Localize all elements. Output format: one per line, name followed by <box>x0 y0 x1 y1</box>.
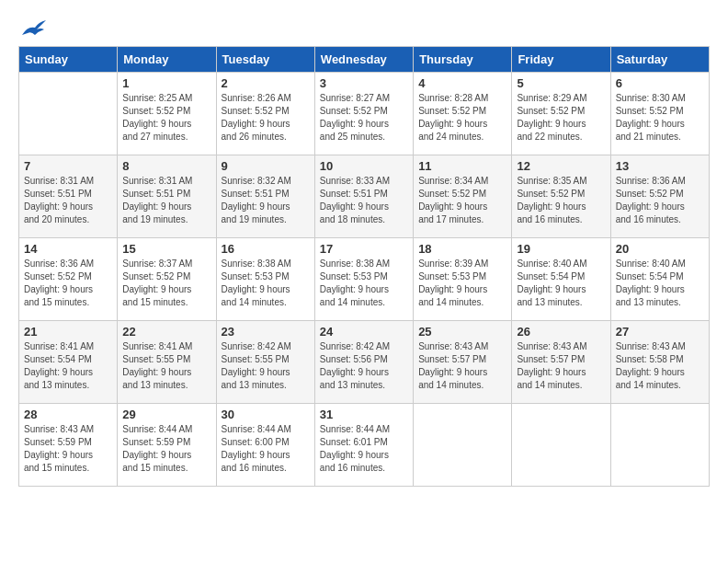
day-number: 26 <box>517 325 605 339</box>
calendar-cell: 23Sunrise: 8:42 AM Sunset: 5:55 PM Dayli… <box>216 321 314 404</box>
logo-bird-icon <box>20 18 46 39</box>
calendar-cell: 9Sunrise: 8:32 AM Sunset: 5:51 PM Daylig… <box>216 155 314 238</box>
calendar-header-row: SundayMondayTuesdayWednesdayThursdayFrid… <box>19 47 710 73</box>
calendar-cell: 19Sunrise: 8:40 AM Sunset: 5:54 PM Dayli… <box>512 238 610 321</box>
day-number: 13 <box>616 159 704 173</box>
weekday-header-friday: Friday <box>512 47 610 73</box>
calendar-cell: 15Sunrise: 8:37 AM Sunset: 5:52 PM Dayli… <box>118 238 216 321</box>
weekday-header-thursday: Thursday <box>414 47 512 73</box>
day-info: Sunrise: 8:43 AM Sunset: 5:59 PM Dayligh… <box>24 423 112 475</box>
day-info: Sunrise: 8:30 AM Sunset: 5:52 PM Dayligh… <box>616 92 704 144</box>
calendar-cell: 20Sunrise: 8:40 AM Sunset: 5:54 PM Dayli… <box>610 238 709 321</box>
calendar-cell <box>414 404 512 487</box>
calendar-cell: 29Sunrise: 8:44 AM Sunset: 5:59 PM Dayli… <box>118 404 216 487</box>
day-number: 10 <box>320 159 408 173</box>
day-info: Sunrise: 8:38 AM Sunset: 5:53 PM Dayligh… <box>222 258 310 309</box>
day-number: 8 <box>122 159 210 173</box>
weekday-header-monday: Monday <box>118 47 216 73</box>
calendar-table: SundayMondayTuesdayWednesdayThursdayFrid… <box>18 46 710 487</box>
calendar-cell: 7Sunrise: 8:31 AM Sunset: 5:51 PM Daylig… <box>19 155 118 238</box>
calendar-cell: 13Sunrise: 8:36 AM Sunset: 5:52 PM Dayli… <box>610 155 709 238</box>
calendar-cell: 6Sunrise: 8:30 AM Sunset: 5:52 PM Daylig… <box>610 73 709 155</box>
calendar-cell: 31Sunrise: 8:44 AM Sunset: 6:01 PM Dayli… <box>314 404 413 487</box>
calendar-week-row: 7Sunrise: 8:31 AM Sunset: 5:51 PM Daylig… <box>19 155 710 238</box>
day-number: 23 <box>222 325 310 339</box>
weekday-header-sunday: Sunday <box>19 47 118 73</box>
day-number: 25 <box>418 325 506 339</box>
day-number: 22 <box>122 325 210 339</box>
day-number: 1 <box>122 76 210 90</box>
day-info: Sunrise: 8:40 AM Sunset: 5:54 PM Dayligh… <box>616 258 704 309</box>
day-info: Sunrise: 8:43 AM Sunset: 5:58 PM Dayligh… <box>616 340 704 392</box>
day-info: Sunrise: 8:40 AM Sunset: 5:54 PM Dayligh… <box>517 258 605 309</box>
calendar-cell: 12Sunrise: 8:35 AM Sunset: 5:52 PM Dayli… <box>512 155 610 238</box>
calendar-cell: 22Sunrise: 8:41 AM Sunset: 5:55 PM Dayli… <box>118 321 216 404</box>
day-number: 16 <box>222 242 310 256</box>
day-number: 20 <box>616 242 704 256</box>
day-info: Sunrise: 8:35 AM Sunset: 5:52 PM Dayligh… <box>517 175 605 226</box>
day-info: Sunrise: 8:42 AM Sunset: 5:55 PM Dayligh… <box>222 340 310 392</box>
day-info: Sunrise: 8:44 AM Sunset: 6:01 PM Dayligh… <box>320 423 408 475</box>
calendar-cell: 4Sunrise: 8:28 AM Sunset: 5:52 PM Daylig… <box>414 73 512 155</box>
day-number: 5 <box>517 76 605 90</box>
calendar-cell: 2Sunrise: 8:26 AM Sunset: 5:52 PM Daylig… <box>216 73 314 155</box>
day-number: 18 <box>418 242 506 256</box>
calendar-cell: 10Sunrise: 8:33 AM Sunset: 5:51 PM Dayli… <box>314 155 413 238</box>
day-number: 17 <box>320 242 408 256</box>
day-info: Sunrise: 8:32 AM Sunset: 5:51 PM Dayligh… <box>222 175 310 226</box>
day-number: 27 <box>616 325 704 339</box>
calendar-cell: 11Sunrise: 8:34 AM Sunset: 5:52 PM Dayli… <box>414 155 512 238</box>
calendar-cell: 30Sunrise: 8:44 AM Sunset: 6:00 PM Dayli… <box>216 404 314 487</box>
day-number: 19 <box>517 242 605 256</box>
calendar-cell <box>512 404 610 487</box>
day-info: Sunrise: 8:36 AM Sunset: 5:52 PM Dayligh… <box>616 175 704 226</box>
day-number: 29 <box>122 408 210 421</box>
day-info: Sunrise: 8:27 AM Sunset: 5:52 PM Dayligh… <box>320 92 408 144</box>
calendar-cell: 5Sunrise: 8:29 AM Sunset: 5:52 PM Daylig… <box>512 73 610 155</box>
day-info: Sunrise: 8:25 AM Sunset: 5:52 PM Dayligh… <box>122 92 210 144</box>
calendar-cell <box>610 404 709 487</box>
calendar-week-row: 21Sunrise: 8:41 AM Sunset: 5:54 PM Dayli… <box>19 321 710 404</box>
page-header <box>18 18 710 37</box>
day-number: 4 <box>418 76 506 90</box>
day-info: Sunrise: 8:37 AM Sunset: 5:52 PM Dayligh… <box>122 258 210 309</box>
day-number: 12 <box>517 159 605 173</box>
calendar-cell: 25Sunrise: 8:43 AM Sunset: 5:57 PM Dayli… <box>414 321 512 404</box>
day-number: 30 <box>222 408 310 421</box>
day-number: 11 <box>418 159 506 173</box>
day-number: 14 <box>24 242 112 256</box>
calendar-cell <box>19 73 118 155</box>
calendar-cell: 14Sunrise: 8:36 AM Sunset: 5:52 PM Dayli… <box>19 238 118 321</box>
day-number: 7 <box>24 159 112 173</box>
day-info: Sunrise: 8:38 AM Sunset: 5:53 PM Dayligh… <box>320 258 408 309</box>
day-number: 2 <box>222 76 310 90</box>
calendar-cell: 28Sunrise: 8:43 AM Sunset: 5:59 PM Dayli… <box>19 404 118 487</box>
day-info: Sunrise: 8:28 AM Sunset: 5:52 PM Dayligh… <box>418 92 506 144</box>
day-info: Sunrise: 8:41 AM Sunset: 5:54 PM Dayligh… <box>24 340 112 392</box>
calendar-cell: 8Sunrise: 8:31 AM Sunset: 5:51 PM Daylig… <box>118 155 216 238</box>
calendar-week-row: 28Sunrise: 8:43 AM Sunset: 5:59 PM Dayli… <box>19 404 710 487</box>
day-info: Sunrise: 8:33 AM Sunset: 5:51 PM Dayligh… <box>320 175 408 226</box>
day-info: Sunrise: 8:44 AM Sunset: 5:59 PM Dayligh… <box>122 423 210 475</box>
calendar-cell: 26Sunrise: 8:43 AM Sunset: 5:57 PM Dayli… <box>512 321 610 404</box>
calendar-cell: 1Sunrise: 8:25 AM Sunset: 5:52 PM Daylig… <box>118 73 216 155</box>
day-info: Sunrise: 8:31 AM Sunset: 5:51 PM Dayligh… <box>122 175 210 226</box>
day-info: Sunrise: 8:41 AM Sunset: 5:55 PM Dayligh… <box>122 340 210 392</box>
calendar-cell: 21Sunrise: 8:41 AM Sunset: 5:54 PM Dayli… <box>19 321 118 404</box>
logo <box>18 18 46 37</box>
calendar-cell: 17Sunrise: 8:38 AM Sunset: 5:53 PM Dayli… <box>314 238 413 321</box>
weekday-header-wednesday: Wednesday <box>314 47 413 73</box>
day-info: Sunrise: 8:26 AM Sunset: 5:52 PM Dayligh… <box>222 92 310 144</box>
day-number: 28 <box>24 408 112 421</box>
day-info: Sunrise: 8:43 AM Sunset: 5:57 PM Dayligh… <box>418 340 506 392</box>
weekday-header-tuesday: Tuesday <box>216 47 314 73</box>
day-number: 21 <box>24 325 112 339</box>
calendar-week-row: 1Sunrise: 8:25 AM Sunset: 5:52 PM Daylig… <box>19 73 710 155</box>
day-info: Sunrise: 8:31 AM Sunset: 5:51 PM Dayligh… <box>24 175 112 226</box>
day-number: 3 <box>320 76 408 90</box>
calendar-cell: 16Sunrise: 8:38 AM Sunset: 5:53 PM Dayli… <box>216 238 314 321</box>
day-info: Sunrise: 8:34 AM Sunset: 5:52 PM Dayligh… <box>418 175 506 226</box>
calendar-week-row: 14Sunrise: 8:36 AM Sunset: 5:52 PM Dayli… <box>19 238 710 321</box>
calendar-cell: 24Sunrise: 8:42 AM Sunset: 5:56 PM Dayli… <box>314 321 413 404</box>
day-number: 15 <box>122 242 210 256</box>
